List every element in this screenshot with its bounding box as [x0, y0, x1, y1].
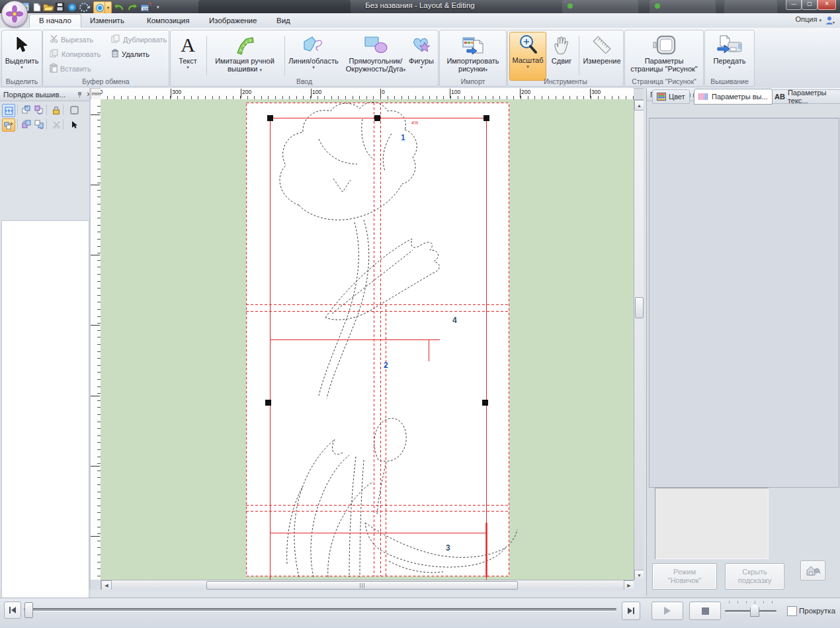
user-account-icon[interactable]: ▾	[825, 16, 835, 25]
shapes-button[interactable]: Фигуры ▾	[406, 33, 437, 69]
handle-middle-left[interactable]	[265, 400, 271, 406]
handle-middle-right[interactable]	[482, 400, 488, 406]
hand-stitch-button[interactable]: Имитация ручной вышивки ▾	[208, 33, 282, 73]
redo-icon[interactable]	[126, 1, 138, 13]
left-splitter[interactable]	[89, 88, 91, 590]
page-settings-button[interactable]: Параметры страницы "Рисунок"	[628, 33, 700, 73]
tab-text-attributes[interactable]: AB Параметры текс...	[770, 89, 840, 104]
object-marker-4: 4	[452, 316, 457, 325]
zoom-button[interactable]: Масштаб ▾	[509, 32, 546, 81]
pin-icon[interactable]	[77, 91, 83, 98]
option-menu[interactable]: Опция ▾	[796, 15, 822, 23]
horizontal-ruler: 400 300 200 100 0 100 200 300	[101, 88, 634, 100]
sewing-order-list[interactable]	[1, 220, 89, 628]
minimize-button[interactable]: —	[786, 0, 802, 10]
import-images-icon	[462, 33, 484, 57]
delete-button[interactable]: Удалить	[111, 49, 149, 59]
scroll-up-arrow[interactable]: ▲	[634, 100, 644, 111]
play-button[interactable]	[651, 602, 683, 620]
copy-button[interactable]: Копировать	[50, 49, 101, 59]
open-file-icon[interactable]	[42, 1, 54, 13]
speed-slider-thumb[interactable]	[750, 604, 759, 617]
delete-label: Удалить	[122, 50, 149, 58]
paste-button[interactable]: Вставить	[50, 64, 91, 74]
duplicate-button[interactable]: Дублировать	[111, 34, 167, 44]
maximize-button[interactable]: ▢	[802, 0, 818, 10]
qat-customize-chevron[interactable]: ▾	[157, 5, 159, 10]
close-button[interactable]: ✕	[818, 0, 836, 10]
undo-icon[interactable]	[113, 1, 124, 13]
speed-slider-ticks	[729, 601, 773, 604]
panel-title-text: Порядок вышив...	[3, 91, 65, 99]
tab-composition[interactable]: Композиция	[138, 15, 198, 27]
ab-icon: AB	[775, 93, 785, 101]
ungroup-tool[interactable]	[33, 118, 45, 130]
line-region-label: Линия/область	[288, 57, 338, 65]
realistic-view-dropdown[interactable]: ▾	[105, 1, 112, 13]
rect-circle-arc-button[interactable]: Прямоугольник/ Окружность/Дуга▾	[344, 33, 407, 73]
stop-button[interactable]	[689, 602, 721, 620]
group-design-page: Параметры страницы "Рисунок" Страница "Р…	[624, 30, 704, 87]
pointer-tool[interactable]	[68, 118, 80, 130]
tab-color[interactable]: Цвет	[652, 89, 690, 104]
cut-button[interactable]: Вырезать	[50, 34, 93, 44]
save-icon[interactable]	[54, 1, 65, 13]
go-to-start-button[interactable]	[4, 602, 21, 619]
hand-stitch-label: Имитация ручной вышивки ▾	[209, 57, 280, 73]
scroll-down-arrow[interactable]: ▼	[634, 570, 644, 580]
group-tools: Масштаб ▾ Сдвиг Измерение Инструменты	[507, 30, 624, 87]
go-to-end-button[interactable]	[622, 602, 640, 620]
home-settings-button[interactable]	[800, 561, 825, 580]
fit-selection-tool[interactable]	[2, 104, 15, 117]
group-tool[interactable]	[21, 118, 32, 130]
scroll-right-arrow[interactable]: ▶	[624, 580, 634, 590]
tab-text-label: Параметры текс...	[788, 89, 836, 105]
cut-order-tool[interactable]	[50, 118, 62, 130]
design-property-icon[interactable]: 123	[140, 1, 151, 13]
vertical-scroll-thumb[interactable]	[635, 297, 644, 318]
tab-image[interactable]: Изображение	[200, 15, 266, 27]
send-to-machine-icon	[716, 33, 743, 57]
new-file-icon[interactable]	[31, 1, 42, 13]
stitch-progress-slider[interactable]	[24, 608, 616, 611]
canvas-bottom-strip	[91, 590, 644, 598]
horizontal-scroll-thumb[interactable]	[206, 581, 518, 590]
group-label: Страница "Рисунок"	[625, 77, 703, 85]
wizard-icon[interactable]	[66, 1, 77, 13]
shapes-label: Фигуры	[409, 57, 434, 65]
group-label: Ввод	[171, 77, 438, 85]
import-images-label: Импортировать рисунки▾	[441, 57, 505, 73]
select-button[interactable]: Выделить ▾	[5, 33, 39, 69]
handle-top-left[interactable]	[267, 115, 273, 121]
color-order-tool[interactable]	[2, 118, 15, 132]
group-input: A Текст ▾ Имитация ручной вышивки ▾ Лини…	[170, 30, 439, 87]
stitch-progress-thumb[interactable]	[24, 602, 33, 618]
hide-hint-button[interactable]: Скрыть подсказку	[725, 563, 784, 590]
move-later-tool[interactable]	[33, 104, 45, 116]
import-images-button[interactable]: Импортировать рисунки▾	[441, 33, 505, 73]
scroll-checkbox[interactable]	[787, 606, 797, 616]
tab-edit[interactable]: Изменить	[81, 15, 134, 27]
duplicate-icon	[111, 34, 120, 44]
handle-top-right[interactable]	[483, 115, 489, 121]
design-canvas[interactable]: 1 2 4 3 4%	[101, 99, 634, 580]
tab-home[interactable]: В начало	[29, 14, 81, 28]
text-tool-button[interactable]: A Текст ▾	[172, 33, 204, 69]
tab-view[interactable]: Вид	[267, 15, 300, 27]
handle-top-center[interactable]	[374, 115, 380, 121]
send-button[interactable]: Передать ▾	[708, 33, 751, 69]
scroll-left-arrow[interactable]: ◀	[101, 580, 112, 590]
title-bar: Без названия - Layout & Editing ▾ ▾ 123 …	[0, 0, 840, 13]
novice-mode-button[interactable]: Режим "Новичок"	[652, 563, 717, 590]
select-label: Выделить	[5, 57, 39, 65]
clipboard-icon	[50, 64, 58, 74]
measure-button[interactable]: Измерение	[582, 33, 622, 65]
line-region-button[interactable]: Линия/область ▾	[283, 33, 344, 69]
tab-sewing-attributes[interactable]: Параметры вы...	[694, 89, 773, 105]
lock-tool[interactable]	[50, 104, 62, 116]
dropdown-chevron[interactable]: ▾	[88, 5, 91, 10]
pan-button[interactable]: Сдвиг	[548, 33, 575, 65]
move-earlier-tool[interactable]	[21, 104, 32, 116]
frame-tool[interactable]	[68, 104, 80, 116]
application-menu-button[interactable]	[1, 1, 28, 27]
